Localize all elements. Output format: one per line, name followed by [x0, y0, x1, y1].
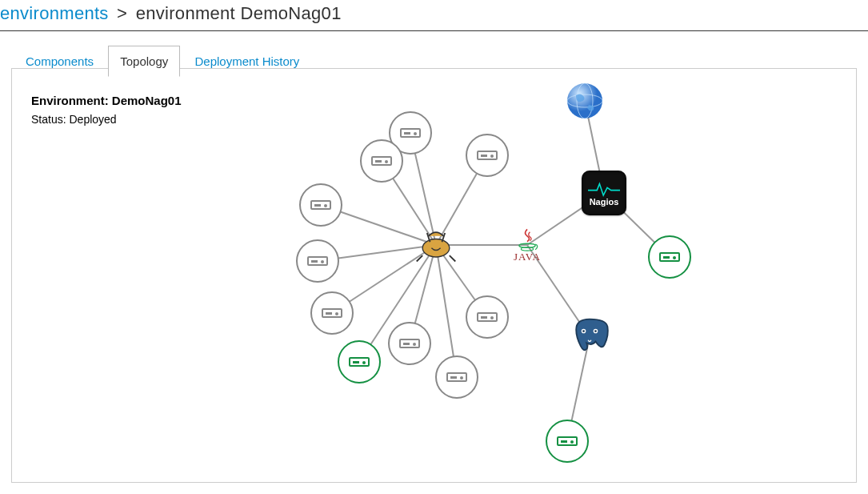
svg-point-7: [582, 330, 585, 332]
server-icon: [307, 256, 328, 266]
server-icon: [477, 312, 498, 322]
svg-point-3: [567, 83, 602, 118]
server-icon: [400, 128, 421, 138]
postgres-node[interactable]: [567, 315, 612, 359]
server-icon: [477, 151, 498, 160]
nagios-node[interactable]: Nagios: [582, 171, 626, 215]
server-icon: [349, 357, 370, 367]
server-icon: [399, 339, 420, 348]
tomcat-node[interactable]: [414, 223, 458, 267]
server-icon: [310, 200, 331, 210]
server-icon: [371, 156, 392, 166]
breadcrumb-current: environment DemoNag01: [136, 3, 342, 23]
postgres-icon: [567, 315, 612, 359]
nagios-icon: Nagios: [582, 171, 626, 215]
java-node[interactable]: JAVA: [505, 223, 550, 267]
server-icon: [659, 252, 680, 262]
svg-point-0: [422, 239, 450, 257]
topology-panel: Environment: DemoNag01 Status: Deployed …: [11, 68, 857, 483]
server-node[interactable]: [466, 295, 509, 339]
server-node[interactable]: [338, 340, 381, 384]
server-icon: [446, 372, 467, 382]
server-node[interactable]: [648, 235, 691, 279]
topology-graph[interactable]: [12, 69, 856, 482]
server-node[interactable]: [466, 134, 509, 177]
server-node[interactable]: [310, 291, 354, 335]
server-icon: [557, 436, 578, 446]
server-node[interactable]: [360, 139, 403, 183]
tab-topology[interactable]: Topology: [108, 46, 180, 77]
server-node[interactable]: [435, 355, 478, 399]
java-icon: JAVA: [505, 223, 550, 267]
server-node[interactable]: [296, 239, 339, 283]
svg-point-9: [594, 330, 597, 332]
globe-icon: [565, 81, 605, 121]
server-node[interactable]: [299, 183, 342, 227]
server-icon: [322, 308, 342, 318]
server-node[interactable]: [388, 322, 431, 365]
breadcrumb-separator: >: [117, 3, 127, 23]
breadcrumb: environments > environment DemoNag01: [0, 0, 868, 31]
breadcrumb-parent-link[interactable]: environments: [0, 3, 109, 23]
globe-node[interactable]: [565, 81, 605, 121]
tomcat-icon: [414, 223, 458, 267]
server-node[interactable]: [546, 420, 589, 463]
